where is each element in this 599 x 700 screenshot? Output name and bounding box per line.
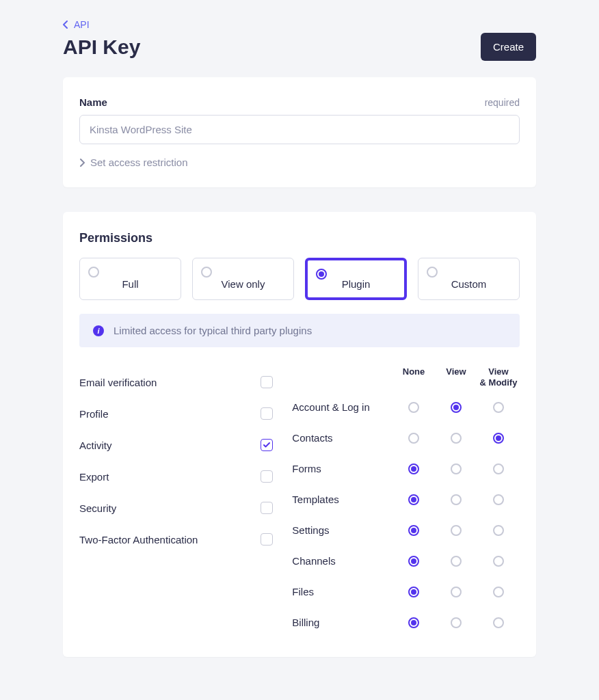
perm-radio-label: Contacts [292,432,392,444]
perm-radio-cell [477,463,520,474]
perm-radio-row: Settings [292,515,520,546]
radio[interactable] [408,587,419,597]
mode-card-full[interactable]: Full [79,258,181,300]
radio[interactable] [451,525,462,536]
create-button[interactable]: Create [481,33,536,61]
mode-card-plugin[interactable]: Plugin [305,258,407,300]
checkbox[interactable] [261,439,273,451]
name-label: Name [79,96,107,108]
checkbox[interactable] [261,502,273,514]
chevron-left-icon [63,21,68,29]
perm-check-row: Activity [79,429,273,461]
breadcrumb[interactable]: API [63,19,536,30]
radio[interactable] [408,402,419,413]
perm-radio-cell [435,463,477,474]
perm-check-row: Security [79,492,273,524]
checkbox[interactable] [261,376,273,388]
perm-radio-cell [435,525,477,536]
perm-check-label: Security [79,502,116,514]
perm-check-label: Activity [79,440,112,451]
mode-label: Custom [451,278,487,290]
radio[interactable] [408,494,419,505]
radio[interactable] [408,617,419,628]
radio-column-header: None [392,366,435,388]
perm-radio-cell [392,617,435,628]
perm-radio-label: Settings [292,524,392,536]
radio[interactable] [493,556,504,567]
perm-radio-cell [477,433,520,444]
perm-radio-cell [477,556,520,567]
radio[interactable] [451,587,462,597]
radio[interactable] [408,556,419,567]
perm-radio-row: Channels [292,546,520,576]
perm-radio-label: Templates [292,494,392,505]
radio[interactable] [493,587,504,597]
radio[interactable] [451,402,462,413]
perm-check-row: Export [79,461,273,492]
perm-radio-row: Billing [292,607,520,638]
perm-radio-cell [392,494,435,505]
mode-label: Plugin [342,278,371,290]
checkbox[interactable] [261,470,273,483]
radio[interactable] [493,433,504,444]
radio[interactable] [493,402,504,413]
perm-check-label: Profile [79,408,109,420]
perm-radio-cell [477,494,520,505]
radio[interactable] [493,494,504,505]
breadcrumb-parent: API [74,19,90,30]
perm-radio-row: Account & Log in [292,392,520,422]
perm-radio-cell [477,402,520,413]
name-card: Name required Set access restriction [63,77,536,187]
mode-label: Full [122,278,138,290]
radio[interactable] [493,463,504,474]
radio-column-header: View [435,366,477,388]
radio[interactable] [408,525,419,536]
perm-check-label: Email verification [79,377,157,388]
perm-radio-cell [435,587,477,597]
radio[interactable] [408,433,419,444]
radio[interactable] [451,433,462,444]
radio[interactable] [451,463,462,474]
perm-radio-cell [435,402,477,413]
perm-radio-row: Contacts [292,422,520,453]
required-text: required [485,97,520,108]
info-banner: i Limited access for typical third party… [79,314,520,347]
mode-radio[interactable] [88,267,99,278]
mode-radio[interactable] [427,267,438,278]
radio-column-header: View& Modify [477,366,520,388]
radio[interactable] [451,494,462,505]
perm-radio-cell [392,556,435,567]
permissions-card: Permissions FullView onlyPluginCustom i … [63,212,536,657]
perm-radio-label: Forms [292,463,392,474]
perm-radio-label: Channels [292,555,392,567]
info-banner-text: Limited access for typical third party p… [114,325,312,336]
perm-check-label: Export [79,471,109,483]
access-restriction-expander[interactable]: Set access restriction [79,157,520,168]
perm-radio-cell [392,587,435,597]
radio[interactable] [451,556,462,567]
perm-radio-label: Billing [292,617,392,628]
mode-radio[interactable] [316,269,327,280]
perm-check-label: Two-Factor Authentication [79,534,198,546]
perm-radio-cell [435,433,477,444]
perm-radio-cell [392,525,435,536]
name-input[interactable] [79,115,520,144]
mode-card-custom[interactable]: Custom [418,258,520,300]
checkbox[interactable] [261,407,273,420]
mode-label: View only [222,278,265,290]
perm-radio-cell [435,617,477,628]
radio[interactable] [408,463,419,474]
perm-radio-cell [435,494,477,505]
perm-radio-row: Forms [292,453,520,484]
mode-radio[interactable] [201,267,212,278]
perm-radio-cell [392,433,435,444]
checkbox[interactable] [261,533,273,546]
access-restriction-label: Set access restriction [90,157,188,168]
perm-radio-cell [477,525,520,536]
perm-check-row: Two-Factor Authentication [79,524,273,555]
mode-card-view-only[interactable]: View only [192,258,294,300]
radio[interactable] [493,525,504,536]
perm-radio-row: Templates [292,484,520,515]
radio[interactable] [451,617,462,628]
radio[interactable] [493,617,504,628]
